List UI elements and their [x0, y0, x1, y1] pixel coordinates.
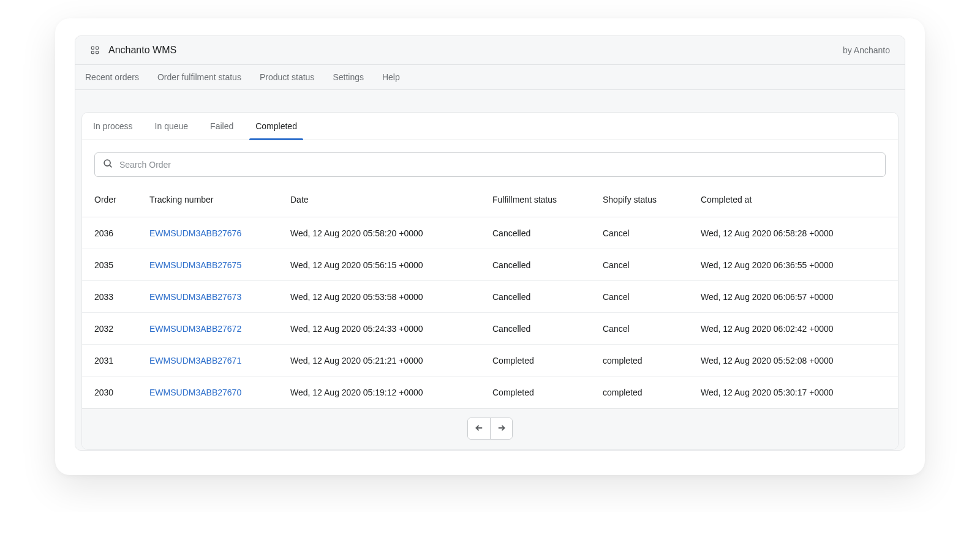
search-row [82, 140, 898, 182]
tracking-link[interactable]: EWMSUDM3ABB27671 [149, 356, 241, 365]
byline: by Anchanto [843, 45, 890, 55]
tracking-link[interactable]: EWMSUDM3ABB27673 [149, 292, 241, 302]
cell-tracking: EWMSUDM3ABB27673 [149, 292, 290, 302]
content-area: In process In queue Failed Completed [75, 90, 905, 450]
cell-completed-at: Wed, 12 Aug 2020 06:58:28 +0000 [701, 228, 886, 238]
brand: Anchanto WMS [90, 45, 176, 56]
cell-shopify: Cancel [603, 292, 701, 302]
nav-recent-orders[interactable]: Recent orders [85, 72, 139, 82]
table-header: Order Tracking number Date Fulfillment s… [82, 182, 898, 217]
cell-completed-at: Wed, 12 Aug 2020 05:30:17 +0000 [701, 388, 886, 397]
table-row: 2033EWMSUDM3ABB27673Wed, 12 Aug 2020 05:… [82, 281, 898, 313]
cell-completed-at: Wed, 12 Aug 2020 06:36:55 +0000 [701, 260, 886, 270]
cell-fulfillment: Cancelled [492, 292, 603, 302]
prev-page-button[interactable] [468, 418, 490, 439]
col-fulfillment: Fulfillment status [492, 195, 603, 204]
table-row: 2031EWMSUDM3ABB27671Wed, 12 Aug 2020 05:… [82, 345, 898, 377]
cell-completed-at: Wed, 12 Aug 2020 05:52:08 +0000 [701, 356, 886, 365]
cell-date: Wed, 12 Aug 2020 05:24:33 +0000 [290, 324, 492, 334]
cell-shopify: Cancel [603, 324, 701, 334]
cell-date: Wed, 12 Aug 2020 05:19:12 +0000 [290, 388, 492, 397]
app-grid-icon [90, 45, 100, 55]
cell-shopify: Cancel [603, 228, 701, 238]
table-row: 2035EWMSUDM3ABB27675Wed, 12 Aug 2020 05:… [82, 249, 898, 281]
svg-point-4 [104, 160, 110, 166]
cell-shopify: Cancel [603, 260, 701, 270]
search-icon [102, 158, 113, 171]
app-title: Anchanto WMS [108, 45, 176, 56]
arrow-left-icon [473, 422, 484, 435]
nav-product-status[interactable]: Product status [260, 72, 315, 82]
nav-settings[interactable]: Settings [333, 72, 364, 82]
cell-order: 2032 [94, 324, 149, 334]
tracking-link[interactable]: EWMSUDM3ABB27675 [149, 260, 241, 270]
nav-order-fulfilment-status[interactable]: Order fulfilment status [157, 72, 241, 82]
tracking-link[interactable]: EWMSUDM3ABB27672 [149, 324, 241, 334]
cell-completed-at: Wed, 12 Aug 2020 06:02:42 +0000 [701, 324, 886, 334]
top-nav: Recent orders Order fulfilment status Pr… [75, 65, 905, 90]
search-container [94, 152, 886, 177]
pager-group [467, 418, 513, 440]
app-window: Anchanto WMS by Anchanto Recent orders O… [55, 18, 925, 475]
svg-line-5 [110, 165, 111, 167]
search-input[interactable] [119, 160, 878, 170]
cell-tracking: EWMSUDM3ABB27670 [149, 388, 290, 397]
pagination [82, 408, 898, 449]
col-order: Order [94, 195, 149, 204]
cell-order: 2030 [94, 388, 149, 397]
cell-date: Wed, 12 Aug 2020 05:21:21 +0000 [290, 356, 492, 365]
cell-date: Wed, 12 Aug 2020 05:58:20 +0000 [290, 228, 492, 238]
cell-order: 2036 [94, 228, 149, 238]
svg-rect-2 [91, 51, 94, 54]
cell-date: Wed, 12 Aug 2020 05:53:58 +0000 [290, 292, 492, 302]
table-row: 2036EWMSUDM3ABB27676Wed, 12 Aug 2020 05:… [82, 217, 898, 249]
col-completed-at: Completed at [701, 195, 886, 204]
arrow-right-icon [496, 422, 507, 435]
table-row: 2030EWMSUDM3ABB27670Wed, 12 Aug 2020 05:… [82, 377, 898, 408]
table-row: 2032EWMSUDM3ABB27672Wed, 12 Aug 2020 05:… [82, 313, 898, 345]
table-body: 2036EWMSUDM3ABB27676Wed, 12 Aug 2020 05:… [82, 217, 898, 408]
cell-completed-at: Wed, 12 Aug 2020 06:06:57 +0000 [701, 292, 886, 302]
nav-help[interactable]: Help [382, 72, 400, 82]
svg-rect-0 [91, 47, 94, 49]
cell-tracking: EWMSUDM3ABB27675 [149, 260, 290, 270]
col-tracking: Tracking number [149, 195, 290, 204]
cell-tracking: EWMSUDM3ABB27676 [149, 228, 290, 238]
tab-in-queue[interactable]: In queue [144, 113, 200, 140]
next-page-button[interactable] [490, 418, 512, 439]
orders-table: Order Tracking number Date Fulfillment s… [82, 182, 898, 408]
cell-shopify: completed [603, 356, 701, 365]
cell-tracking: EWMSUDM3ABB27672 [149, 324, 290, 334]
tab-failed[interactable]: Failed [199, 113, 244, 140]
cell-order: 2031 [94, 356, 149, 365]
panel-header: Anchanto WMS by Anchanto [75, 36, 905, 65]
cell-fulfillment: Completed [492, 388, 603, 397]
col-date: Date [290, 195, 492, 204]
cell-tracking: EWMSUDM3ABB27671 [149, 356, 290, 365]
app-panel: Anchanto WMS by Anchanto Recent orders O… [75, 36, 905, 451]
col-shopify: Shopify status [603, 195, 701, 204]
svg-rect-1 [96, 47, 99, 49]
cell-order: 2035 [94, 260, 149, 270]
tracking-link[interactable]: EWMSUDM3ABB27676 [149, 228, 241, 238]
tracking-link[interactable]: EWMSUDM3ABB27670 [149, 388, 241, 397]
cell-fulfillment: Cancelled [492, 228, 603, 238]
cell-shopify: completed [603, 388, 701, 397]
status-tabs: In process In queue Failed Completed [82, 113, 898, 140]
orders-card: In process In queue Failed Completed [81, 112, 899, 450]
cell-fulfillment: Cancelled [492, 324, 603, 334]
tab-in-process[interactable]: In process [82, 113, 144, 140]
svg-rect-3 [96, 51, 99, 54]
cell-fulfillment: Cancelled [492, 260, 603, 270]
cell-date: Wed, 12 Aug 2020 05:56:15 +0000 [290, 260, 492, 270]
cell-fulfillment: Completed [492, 356, 603, 365]
tab-completed[interactable]: Completed [244, 113, 308, 140]
cell-order: 2033 [94, 292, 149, 302]
